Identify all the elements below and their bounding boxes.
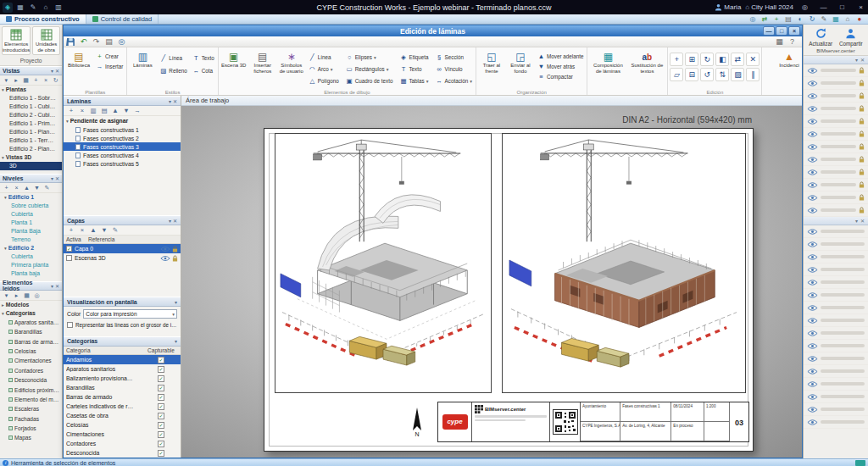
element-visibility-row[interactable] [804,238,868,251]
pin-icon[interactable]: ▾ [51,68,53,74]
close-button[interactable]: × [854,2,868,14]
laminas-style-button[interactable]: ▥ Láminas [129,49,156,69]
edit-icon[interactable]: ✎ [43,184,51,191]
visibility-row[interactable] [804,153,868,166]
lock-icon[interactable] [859,118,865,125]
style-button[interactable]: T Texto [191,52,216,64]
draw-tool-button[interactable]: ╱ Línea [307,52,342,63]
print-icon[interactable]: ▤ [104,37,114,47]
down-icon[interactable]: ▼ [122,107,131,115]
maximize-button[interactable]: □ [776,26,787,36]
categoria-item[interactable]: Barandillas [0,327,62,336]
collapse-icon[interactable]: ▸ [13,291,20,299]
planta-item[interactable]: Edificio 1 - Prim… [0,119,62,128]
categoria-item[interactable]: Desconocida [0,375,62,385]
eye-icon[interactable] [807,330,818,337]
element-visibility-row[interactable] [804,365,868,378]
planta-item[interactable]: Edificio 1 - Cubi… [0,103,62,111]
nivel-item[interactable]: Sobre cubierta [0,202,62,210]
drawing-sheet[interactable]: N cype BIMserver.center [264,128,754,452]
up-icon[interactable]: ▲ [89,226,97,235]
categorias-node[interactable]: ▾ Categorías [0,309,62,318]
categoria-row[interactable]: Cimentaciones ✓ [64,430,181,439]
fase-item[interactable]: Fases constructivas 1 [64,125,181,134]
categoria-row[interactable]: Carteles indicativos de r… ✓ [64,402,181,411]
draw-tool-button[interactable]: ◠ Arco ▾ [307,64,342,75]
edificio-2-node[interactable]: ▾ Edificio 2 [0,244,62,252]
edit-tool-button[interactable]: ▱ [670,68,683,81]
eye-icon[interactable] [807,342,818,350]
categoria-item[interactable]: Elemento del m… [0,395,62,404]
escena-3d-button[interactable]: ▣ Escena 3D [220,49,248,69]
element-visibility-row[interactable] [804,289,868,302]
categoria-row[interactable]: Contadores ✓ [64,439,181,448]
up-icon[interactable]: ▲ [111,107,120,115]
lock-icon[interactable] [859,105,865,112]
eye-icon[interactable] [807,169,818,176]
lock-icon[interactable] [859,80,865,86]
nivel-item[interactable]: Primera planta [0,261,62,269]
capa-active-checkbox[interactable]: ✓ [66,246,72,252]
plantas-node[interactable]: ▾ Plantas [0,86,62,94]
minimize-button[interactable]: — [763,26,775,36]
categoria-item[interactable]: Aparatos sanita… [0,318,62,327]
element-visibility-row[interactable] [804,276,868,289]
visibility-row[interactable] [804,103,868,115]
element-visibility-row[interactable] [804,416,868,429]
refresh-icon[interactable]: ↻ [808,15,816,24]
eye-icon[interactable] [807,380,818,388]
draw-tool-button[interactable]: ◈ Etiqueta [398,52,431,63]
down-icon[interactable]: ▼ [33,184,41,191]
planta-item[interactable]: Edificio 1 - Plan… [0,128,62,136]
child-window-titlebar[interactable]: Edición de láminas — □ × [64,25,802,36]
home-icon[interactable]: ⌂ [843,15,852,24]
redo-icon[interactable]: ↷ [92,37,101,47]
pin-icon[interactable]: ▾ [169,218,171,224]
enviar-al-fondo-button[interactable]: ◲ Enviar al fondo [507,49,534,75]
biblioteca-button[interactable]: ▤ Biblioteca [65,49,92,69]
view-frame-left[interactable] [275,133,492,393]
refresh-icon[interactable]: ↻ [52,76,59,84]
color-select[interactable]: Color para impresión ▾ [83,309,177,319]
visibility-row[interactable] [804,115,868,128]
close-icon[interactable]: ✕ [173,218,177,224]
visibility-row[interactable] [804,166,868,179]
project-chip[interactable]: ⌂ City Hall 2024 [745,3,793,11]
visibility-row[interactable] [804,179,868,191]
tab-control-de-calidad[interactable]: Control de calidad [86,14,159,24]
simbolos-usuario-button[interactable]: ∗ Símbolos de usuario [278,49,305,75]
element-visibility-row[interactable] [804,314,868,327]
draw-tool-button[interactable]: ▣ Cuadro de texto [344,75,397,86]
draw-tool-button[interactable]: ○ Elipses ▾ [344,52,397,63]
copy-sheet-icon[interactable]: ▥ [89,107,97,115]
draw-tool-button[interactable]: T Texto [398,64,431,75]
edit-tool-button[interactable]: ⊞ [685,53,698,66]
eye-icon[interactable] [807,92,818,100]
delete-layer-icon[interactable]: × [78,226,86,235]
capturable-checkbox[interactable]: ✓ [158,403,164,410]
categoria-item[interactable]: Cimentaciones [0,356,62,365]
eye-icon[interactable] [807,105,818,113]
categoria-item[interactable]: Escaleras [0,404,62,413]
nivel-item[interactable]: Planta baja [0,269,62,278]
incidencias-button[interactable]: ▲ Incidenci [778,49,800,69]
delete-view-icon[interactable]: × [42,76,50,84]
edit-layer-icon[interactable]: ✎ [111,226,120,235]
lock-icon[interactable] [859,67,865,74]
planta-item[interactable]: Edificio 1 - Terr… [0,136,62,145]
categoria-item[interactable]: Barras de arma… [0,337,62,347]
eye-icon[interactable] [807,118,818,125]
nivel-item[interactable]: Cubierta [0,210,62,219]
nivel-item[interactable]: Cubierta [0,252,62,261]
eye-icon[interactable] [807,304,818,312]
undo-icon[interactable]: ↶ [79,37,88,47]
capa-row[interactable]: Escenas 3D [64,253,181,263]
organize-tool-button[interactable]: ▼ Mover atrás [536,62,585,71]
lock-icon[interactable] [859,143,865,150]
vistas3d-node[interactable]: ▾ Vistas 3D [0,153,62,162]
up-icon[interactable]: ▲ [23,184,31,191]
visibility-row[interactable] [804,90,868,103]
capturable-checkbox[interactable]: ✓ [158,413,164,419]
pin-icon[interactable]: ▾ [175,299,177,305]
actualizar-button[interactable]: Actualizar [809,27,832,47]
